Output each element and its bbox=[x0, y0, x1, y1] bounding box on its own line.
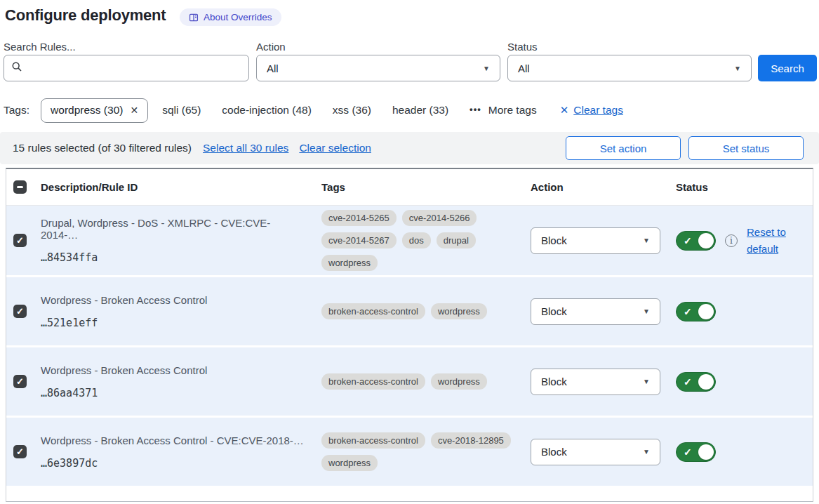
tag-chip: broken-access-control bbox=[321, 303, 425, 319]
tags-bar: Tags: wordpress (30) ✕ sqli (65) code-in… bbox=[4, 98, 623, 123]
rule-action-value: Block bbox=[541, 305, 567, 317]
rule-id: …86aa4371 bbox=[41, 387, 321, 399]
search-rules-label: Search Rules... bbox=[4, 41, 76, 53]
column-header-description: Description/Rule ID bbox=[41, 181, 321, 193]
page-title: Configure deployment bbox=[5, 6, 166, 25]
rule-description: Wordpress - Broken Access Control - CVE:… bbox=[41, 435, 321, 446]
row-checkbox[interactable]: ✓ bbox=[13, 234, 27, 247]
select-all-checkbox[interactable] bbox=[13, 180, 27, 194]
rule-description: Wordpress - Broken Access Control bbox=[41, 364, 321, 376]
rule-tags: cve-2014-5265cve-2014-5266cve-2014-5267d… bbox=[321, 210, 511, 271]
clear-tags-link[interactable]: ✕ Clear tags bbox=[560, 104, 623, 117]
indeterminate-mark-icon bbox=[17, 186, 23, 188]
rule-action-select[interactable]: Block ▼ bbox=[531, 227, 660, 254]
search-button[interactable]: Search bbox=[758, 55, 817, 81]
check-icon: ✓ bbox=[16, 447, 24, 456]
tag-chip: drupal bbox=[437, 232, 476, 248]
rule-tags: broken-access-controlwordpress bbox=[321, 373, 511, 390]
tag-chip: wordpress bbox=[321, 455, 378, 471]
rule-id: …521e1eff bbox=[41, 317, 321, 329]
check-icon: ✓ bbox=[684, 305, 692, 317]
tag-chip: cve-2018-12895 bbox=[431, 432, 511, 449]
check-icon: ✓ bbox=[684, 446, 692, 457]
rule-id: …84534ffa bbox=[41, 251, 321, 264]
rule-action-select[interactable]: Block ▼ bbox=[531, 369, 660, 395]
info-icon[interactable]: i bbox=[725, 234, 738, 247]
more-tags-button[interactable]: ••• More tags bbox=[470, 104, 537, 117]
selection-bar: 15 rules selected (of 30 filtered rules)… bbox=[0, 132, 819, 164]
rule-description: Wordpress - Broken Access Control bbox=[41, 294, 321, 306]
close-icon: ✕ bbox=[560, 104, 569, 117]
tag-chip: broken-access-control bbox=[321, 432, 425, 449]
rule-action-select[interactable]: Block ▼ bbox=[531, 298, 660, 325]
set-action-button[interactable]: Set action bbox=[566, 136, 681, 160]
tag-chip: wordpress bbox=[431, 373, 487, 390]
status-filter-label: Status bbox=[507, 41, 538, 53]
check-icon: ✓ bbox=[684, 234, 692, 246]
tag-chip: dos bbox=[402, 232, 431, 248]
tag-chip: cve-2014-5267 bbox=[321, 232, 397, 248]
table-row: ✓ Wordpress - Broken Access Control …86a… bbox=[6, 347, 813, 416]
tag-chip: cve-2014-5266 bbox=[402, 210, 477, 226]
caret-down-icon: ▼ bbox=[483, 65, 490, 72]
table-row: ✓ Wordpress - Broken Access Control …521… bbox=[6, 277, 813, 345]
row-checkbox[interactable]: ✓ bbox=[13, 445, 27, 458]
select-all-link[interactable]: Select all 30 rules bbox=[203, 142, 288, 154]
status-filter-select[interactable]: All ▼ bbox=[507, 55, 752, 81]
tag-chip: broken-access-control bbox=[321, 373, 425, 390]
ellipsis-icon: ••• bbox=[470, 104, 481, 114]
rules-table: Description/Rule ID Tags Action Status ✓… bbox=[6, 168, 813, 502]
about-overrides-badge[interactable]: About Overrides bbox=[180, 8, 281, 26]
clear-tags-label: Clear tags bbox=[573, 104, 623, 117]
row-checkbox[interactable]: ✓ bbox=[13, 375, 27, 388]
toggle-knob bbox=[698, 233, 714, 248]
table-row: ✓ Drupal, Wordpress - DoS - XMLRPC - CVE… bbox=[6, 206, 813, 275]
selected-tag-chip-wordpress[interactable]: wordpress (30) ✕ bbox=[41, 98, 148, 123]
table-header-row: Description/Rule ID Tags Action Status bbox=[6, 169, 813, 206]
action-filter-label: Action bbox=[256, 41, 286, 53]
set-status-button[interactable]: Set status bbox=[688, 136, 804, 160]
search-rules-input[interactable] bbox=[28, 62, 241, 74]
rule-action-select[interactable]: Block ▼ bbox=[531, 439, 660, 465]
search-rules-box bbox=[4, 55, 249, 81]
more-tags-label: More tags bbox=[488, 104, 537, 117]
toggle-knob bbox=[698, 374, 714, 390]
selection-summary: 15 rules selected (of 30 filtered rules) bbox=[13, 142, 192, 154]
rule-id: …6e3897dc bbox=[41, 457, 321, 470]
selected-tag-label: wordpress (30) bbox=[51, 104, 123, 117]
caret-down-icon: ▼ bbox=[643, 448, 650, 456]
action-filter-value: All bbox=[267, 62, 279, 74]
caret-down-icon: ▼ bbox=[643, 378, 650, 385]
status-filter-value: All bbox=[518, 62, 530, 74]
rule-action-value: Block bbox=[541, 234, 567, 246]
tag-chip: wordpress bbox=[321, 255, 378, 271]
column-header-tags: Tags bbox=[321, 181, 531, 193]
tag-option-header[interactable]: header (33) bbox=[392, 104, 448, 117]
caret-down-icon: ▼ bbox=[643, 237, 650, 244]
clear-selection-link[interactable]: Clear selection bbox=[299, 142, 371, 154]
remove-tag-icon[interactable]: ✕ bbox=[130, 105, 138, 116]
tag-option-code-injection[interactable]: code-injection (48) bbox=[222, 104, 312, 117]
rule-status-toggle[interactable]: ✓ bbox=[676, 372, 716, 392]
row-checkbox[interactable]: ✓ bbox=[13, 305, 27, 318]
tag-option-sqli[interactable]: sqli (65) bbox=[162, 104, 201, 117]
search-icon bbox=[11, 61, 22, 75]
tag-option-xss[interactable]: xss (36) bbox=[333, 104, 371, 117]
caret-down-icon: ▼ bbox=[643, 307, 650, 315]
action-filter-select[interactable]: All ▼ bbox=[256, 55, 500, 81]
caret-down-icon: ▼ bbox=[734, 65, 741, 72]
table-row: ✓ Wordpress - Broken Access Control - CV… bbox=[6, 418, 813, 486]
reset-to-default-link[interactable]: Reset to default bbox=[747, 224, 792, 258]
tags-label: Tags: bbox=[4, 104, 29, 117]
tag-chip: cve-2014-5265 bbox=[321, 210, 397, 226]
rule-status-toggle[interactable]: ✓ bbox=[676, 231, 716, 251]
rule-status-toggle[interactable]: ✓ bbox=[676, 302, 716, 321]
column-header-status: Status bbox=[676, 181, 813, 193]
toggle-knob bbox=[698, 304, 714, 319]
tag-chip: wordpress bbox=[431, 303, 487, 319]
rule-status-toggle[interactable]: ✓ bbox=[676, 442, 716, 462]
check-icon: ✓ bbox=[684, 376, 692, 387]
column-header-action: Action bbox=[531, 181, 676, 193]
rule-action-value: Block bbox=[541, 446, 567, 458]
rule-action-value: Block bbox=[541, 376, 567, 387]
